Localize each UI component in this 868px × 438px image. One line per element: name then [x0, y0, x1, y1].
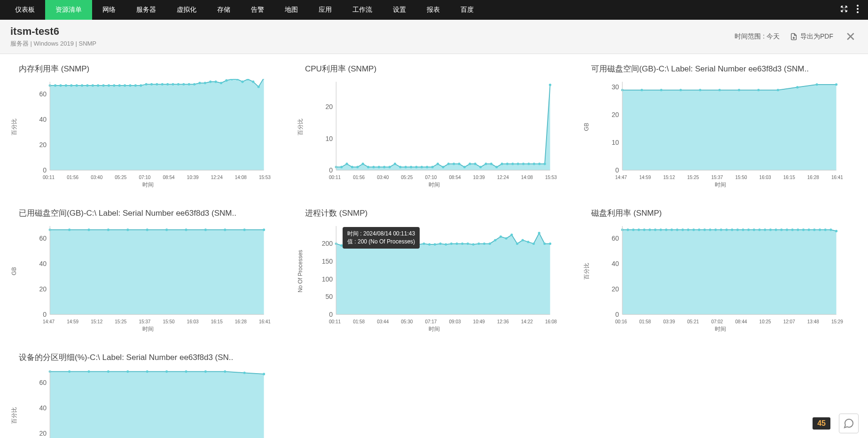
svg-point-158 — [477, 242, 480, 245]
svg-point-80 — [495, 166, 498, 168]
nav-item-11[interactable]: 报表 — [416, 0, 450, 20]
chart-svg[interactable]: 050100150200 — [305, 223, 563, 317]
svg-point-12 — [97, 84, 99, 86]
svg-text:40: 40 — [39, 404, 47, 412]
svg-point-78 — [485, 163, 487, 165]
time-range-label[interactable]: 时间范围 : 今天 — [735, 32, 780, 41]
svg-point-28 — [182, 83, 185, 86]
svg-point-71 — [447, 163, 450, 165]
svg-point-188 — [671, 228, 673, 231]
svg-text:0: 0 — [43, 311, 47, 317]
more-icon[interactable] — [857, 5, 859, 15]
nav-item-3[interactable]: 服务器 — [126, 0, 166, 20]
nav-item-2[interactable]: 网络 — [92, 0, 126, 20]
chart-svg[interactable]: 0204060 — [19, 223, 277, 317]
svg-point-151 — [439, 242, 441, 245]
svg-point-68 — [431, 166, 434, 168]
svg-point-79 — [490, 163, 493, 165]
x-axis-title: 时间 — [591, 181, 849, 189]
svg-text:100: 100 — [322, 275, 333, 283]
nav-item-7[interactable]: 地图 — [274, 0, 308, 20]
close-icon[interactable]: ✕ — [844, 30, 858, 44]
svg-point-141 — [384, 243, 387, 245]
chart-svg[interactable]: 0204060 — [19, 79, 277, 173]
y-axis-title: 百分比 — [297, 118, 305, 135]
export-pdf-button[interactable]: 导出为PDF — [790, 32, 833, 41]
alert-count-badge[interactable]: 45 — [813, 417, 830, 430]
chat-icon[interactable] — [839, 414, 859, 433]
top-nav: 仪表板资源清单网络服务器虚拟化存储告警地图应用工作流设置报表百度 — [0, 0, 868, 20]
svg-point-52 — [345, 163, 348, 165]
svg-point-118 — [126, 228, 129, 231]
svg-point-1 — [857, 8, 859, 10]
svg-point-210 — [791, 228, 794, 231]
nav-item-10[interactable]: 设置 — [383, 0, 416, 20]
svg-point-29 — [188, 83, 190, 86]
chart-body[interactable]: No Of Processes 050100150200 时间 : 2024/0… — [305, 223, 563, 319]
chart-title: CPU利用率 (SNMP) — [305, 63, 563, 74]
svg-point-146 — [412, 243, 414, 245]
svg-point-9 — [81, 84, 83, 86]
svg-text:60: 60 — [39, 235, 47, 242]
svg-point-60 — [389, 166, 391, 168]
svg-point-42 — [258, 86, 260, 88]
svg-point-196 — [714, 228, 717, 231]
svg-point-150 — [434, 243, 436, 245]
svg-text:150: 150 — [322, 258, 333, 265]
chart-body[interactable]: 百分比 0204060 — [19, 368, 277, 438]
nav-item-0[interactable]: 仪表板 — [5, 0, 45, 20]
x-axis-title: 时间 — [305, 181, 563, 189]
svg-point-152 — [445, 243, 447, 245]
x-ticks: 14:4714:5915:1215:2515:3715:5016:0316:15… — [591, 175, 849, 180]
svg-point-62 — [399, 166, 401, 168]
svg-point-57 — [372, 166, 375, 168]
chart-body[interactable]: 百分比 01020 — [305, 79, 563, 175]
svg-point-99 — [680, 89, 682, 91]
chart-svg[interactable]: 0204060 — [591, 223, 849, 317]
svg-point-65 — [415, 166, 417, 168]
chart-svg[interactable]: 0204060 — [19, 368, 277, 438]
chart-body[interactable]: 百分比 0204060 — [19, 79, 277, 175]
nav-item-5[interactable]: 存储 — [207, 0, 241, 20]
svg-point-106 — [816, 83, 818, 86]
svg-point-39 — [241, 80, 243, 83]
nav-item-12[interactable]: 百度 — [450, 0, 484, 20]
nav-item-8[interactable]: 应用 — [308, 0, 342, 20]
svg-text:60: 60 — [612, 235, 619, 242]
svg-point-72 — [453, 163, 455, 165]
nav-item-1[interactable]: 资源清单 — [45, 0, 92, 20]
svg-point-87 — [533, 163, 535, 165]
x-axis-title: 时间 — [591, 325, 849, 333]
chart-body[interactable]: 百分比 0204060 — [591, 223, 849, 319]
nav-item-6[interactable]: 告警 — [241, 0, 274, 20]
svg-point-67 — [426, 166, 428, 168]
x-ticks: 00:1101:5603:4005:2507:1008:5410:3912:24… — [305, 175, 563, 180]
svg-point-190 — [681, 228, 684, 231]
svg-text:0: 0 — [615, 166, 619, 173]
chart-body[interactable]: GB 0102030 — [591, 79, 849, 175]
svg-point-209 — [786, 228, 788, 231]
x-axis-title: 时间 — [19, 325, 277, 333]
badge-count: 45 — [817, 419, 826, 427]
svg-point-103 — [757, 89, 759, 91]
nav-item-9[interactable]: 工作流 — [342, 0, 383, 20]
svg-point-89 — [544, 163, 546, 165]
svg-point-119 — [146, 228, 149, 231]
svg-point-81 — [501, 163, 503, 165]
nav-item-4[interactable]: 虚拟化 — [166, 0, 207, 20]
svg-point-171 — [549, 242, 551, 245]
svg-point-13 — [102, 84, 105, 86]
chart-body[interactable]: GB 0204060 — [19, 223, 277, 319]
svg-point-193 — [698, 228, 700, 231]
svg-point-116 — [87, 228, 90, 231]
svg-point-233 — [204, 370, 207, 373]
y-axis-title: GB — [583, 123, 590, 131]
svg-point-21 — [145, 83, 148, 86]
chart-svg[interactable]: 0102030 — [591, 79, 849, 173]
svg-point-231 — [165, 370, 168, 373]
chart-svg[interactable]: 01020 — [305, 79, 563, 173]
svg-point-168 — [532, 242, 535, 245]
svg-point-234 — [224, 370, 226, 373]
svg-point-206 — [769, 228, 772, 231]
collapse-icon[interactable] — [840, 5, 848, 15]
